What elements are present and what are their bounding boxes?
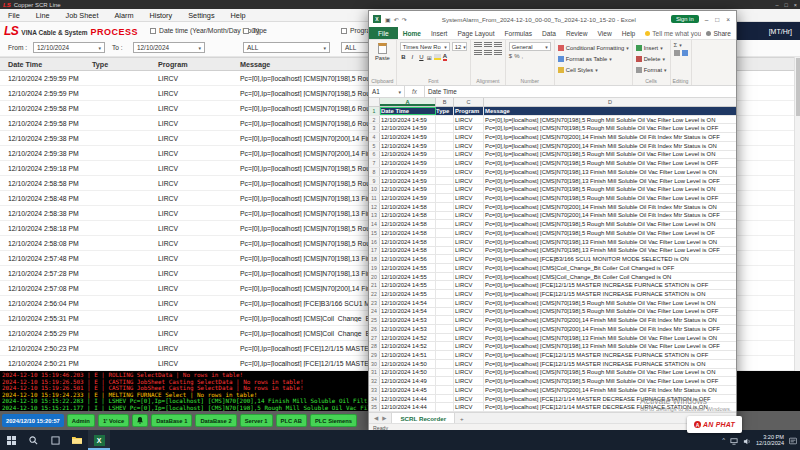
action-center-icon[interactable] bbox=[789, 431, 797, 449]
status-button-database-1[interactable]: DataBase 1 bbox=[151, 414, 192, 427]
cell-C21[interactable]: LIRCV bbox=[454, 281, 484, 289]
row-number[interactable]: 10 bbox=[369, 185, 380, 193]
font-name-select[interactable]: Times New Ro▾ bbox=[400, 42, 450, 51]
cell-C25[interactable]: LIRCV bbox=[454, 316, 484, 324]
select-all-corner[interactable] bbox=[369, 98, 380, 106]
cell-A35[interactable]: 12/10/2024 14:44 bbox=[380, 403, 436, 411]
cell-B21[interactable] bbox=[436, 281, 454, 289]
cell-B6[interactable] bbox=[436, 151, 454, 159]
cell-B7[interactable] bbox=[436, 159, 454, 167]
row-number[interactable]: 28 bbox=[369, 342, 380, 350]
cell-B5[interactable] bbox=[436, 142, 454, 150]
row-number[interactable]: 7 bbox=[369, 159, 380, 167]
taskbar-clock[interactable]: 3:20 PM 12/10/2024 bbox=[756, 434, 784, 447]
cell-A27[interactable]: 12/10/2024 14:52 bbox=[380, 334, 436, 342]
excel-minimize-icon[interactable]: – bbox=[705, 16, 709, 23]
sign-in-button[interactable]: Sign in bbox=[671, 15, 699, 23]
row-number[interactable]: 22 bbox=[369, 290, 380, 298]
save-icon[interactable]: ▣ bbox=[385, 16, 391, 23]
ribbon-tab-home[interactable]: Home bbox=[398, 27, 426, 39]
spreadsheet-row[interactable]: 2412/10/2024 14:54LIRCVPc=[0],Ip=[localh… bbox=[369, 308, 736, 317]
type-select[interactable]: ALL▾ bbox=[243, 42, 330, 53]
cell-B22[interactable] bbox=[436, 290, 454, 298]
spreadsheet-row[interactable]: 2012/10/2024 14:55LIRCVPc=[0],Ip=[localh… bbox=[369, 273, 736, 282]
spreadsheet-row[interactable]: 2812/10/2024 14:52LIRCVPc=[0],Ip=[localh… bbox=[369, 342, 736, 351]
cell-C31[interactable]: LIRCV bbox=[454, 369, 484, 377]
excel-maximize-icon[interactable]: □ bbox=[715, 16, 719, 23]
row-number[interactable]: 21 bbox=[369, 281, 380, 289]
cell-C23[interactable]: LIRCV bbox=[454, 299, 484, 307]
spreadsheet-row[interactable]: 3512/10/2024 14:44LIRCVPc=[0],Ip=[localh… bbox=[369, 403, 736, 412]
cell-A18[interactable]: 12/10/2024 14:56 bbox=[380, 255, 436, 263]
status-button-database-2[interactable]: DataBase 2 bbox=[195, 414, 236, 427]
cell-D35[interactable]: Pc=[0],Ip=[localhost] [FCE]12/1/14 MASTE… bbox=[484, 403, 736, 411]
row-number[interactable]: 27 bbox=[369, 334, 380, 342]
spreadsheet-row[interactable]: 1712/10/2024 14:58LIRCVPc=[0],Ip=[localh… bbox=[369, 247, 736, 256]
cell-A1[interactable]: Date Time bbox=[380, 107, 436, 115]
cell-D28[interactable]: Pc=[0],Ip=[localhost] [CMS]N70[198],13 F… bbox=[484, 342, 736, 350]
spreadsheet-row[interactable]: 1212/10/2024 14:58LIRCVPc=[0],Ip=[localh… bbox=[369, 203, 736, 212]
format-as-table-button[interactable]: Format as Table▾ bbox=[558, 53, 629, 64]
checkbox-icon[interactable] bbox=[341, 28, 347, 34]
cell-B35[interactable] bbox=[436, 403, 454, 411]
cell-C16[interactable]: LIRCV bbox=[454, 238, 484, 246]
cell-D6[interactable]: Pc=[0],Ip=[localhost] [CMS]N70[198],5 Ro… bbox=[484, 151, 736, 159]
cell-C4[interactable]: LIRCV bbox=[454, 133, 484, 141]
row-number[interactable]: 32 bbox=[369, 377, 380, 385]
cell-B25[interactable] bbox=[436, 316, 454, 324]
cell-C10[interactable]: LIRCV bbox=[454, 185, 484, 193]
ribbon-tab-view[interactable]: View bbox=[593, 27, 617, 39]
cell-C14[interactable]: LIRCV bbox=[454, 220, 484, 228]
cell-D14[interactable]: Pc=[0],Ip=[localhost] [CMS]N70[198],5 Ro… bbox=[484, 220, 736, 228]
cell-B1[interactable]: Type bbox=[436, 107, 454, 115]
header-date-time[interactable]: Date Time bbox=[0, 60, 92, 69]
header-program[interactable]: Program bbox=[150, 60, 232, 69]
row-number[interactable]: 12 bbox=[369, 203, 380, 211]
menu-file[interactable]: File bbox=[0, 10, 28, 21]
sort-filter-icon[interactable] bbox=[674, 50, 680, 56]
column-header-A[interactable]: A bbox=[380, 98, 436, 106]
spreadsheet-row[interactable]: 512/10/2024 14:59LIRCVPc=[0],Ip=[localho… bbox=[369, 142, 736, 151]
format-cells-button[interactable]: Format▾ bbox=[636, 64, 667, 75]
cell-D31[interactable]: Pc=[0],Ip=[localhost] [CMS]N70[198],5 Ro… bbox=[484, 369, 736, 377]
alarm-bell-button[interactable] bbox=[132, 414, 148, 427]
tray-expand-icon[interactable]: ^ bbox=[722, 437, 725, 443]
cell-B13[interactable] bbox=[436, 212, 454, 220]
ribbon-tab-review[interactable]: Review bbox=[561, 27, 593, 39]
spreadsheet-row[interactable]: 1112/10/2024 14:59LIRCVPc=[0],Ip=[localh… bbox=[369, 194, 736, 203]
delete-cells-button[interactable]: Delete▾ bbox=[636, 53, 667, 64]
spreadsheet-row[interactable]: 1Date TimeTypeProgramMessage bbox=[369, 107, 736, 116]
ribbon-tab-help[interactable]: Help bbox=[617, 27, 641, 39]
cell-C12[interactable]: LIRCV bbox=[454, 203, 484, 211]
search-icon[interactable] bbox=[22, 430, 44, 450]
cell-A5[interactable]: 12/10/2024 14:59 bbox=[380, 142, 436, 150]
cell-D12[interactable]: Pc=[0],Ip=[localhost] [CMS]N70[200],14 F… bbox=[484, 203, 736, 211]
font-color-icon[interactable]: A bbox=[443, 53, 447, 61]
spreadsheet-row[interactable]: 1812/10/2024 14:56LIRCVPc=[0],Ip=[localh… bbox=[369, 255, 736, 264]
checkbox-icon[interactable] bbox=[150, 28, 156, 34]
cell-D32[interactable]: Pc=[0],Ip=[localhost] [CMS]N70[198],5 Ro… bbox=[484, 377, 736, 385]
cell-A26[interactable]: 12/10/2024 14:53 bbox=[380, 325, 436, 333]
cell-D25[interactable]: Pc=[0],Ip=[localhost] [CMS]N70[200],14 F… bbox=[484, 316, 736, 324]
spreadsheet-row[interactable]: 2612/10/2024 14:53LIRCVPc=[0],Ip=[localh… bbox=[369, 325, 736, 334]
row-number[interactable]: 25 bbox=[369, 316, 380, 324]
spreadsheet-row[interactable]: 2112/10/2024 14:55LIRCVPc=[0],Ip=[localh… bbox=[369, 281, 736, 290]
an-phat-popup[interactable]: A AN PHAT bbox=[687, 416, 742, 433]
cell-B15[interactable] bbox=[436, 229, 454, 237]
ribbon-tab-file[interactable]: File bbox=[369, 27, 398, 39]
cell-D24[interactable]: Pc=[0],Ip=[localhost] [CMS]N70[198],5 Ro… bbox=[484, 308, 736, 316]
cell-A32[interactable]: 12/10/2024 14:49 bbox=[380, 377, 436, 385]
share-button[interactable]: Share bbox=[701, 27, 736, 39]
cell-D34[interactable]: Pc=[0],Ip=[localhost] [FCE]12/1/14 MASTE… bbox=[484, 395, 736, 403]
cell-B33[interactable] bbox=[436, 386, 454, 394]
cell-C27[interactable]: LIRCV bbox=[454, 334, 484, 342]
conditional-formatting-button[interactable]: Conditional Formatting▾ bbox=[558, 42, 629, 53]
cell-B10[interactable] bbox=[436, 185, 454, 193]
cell-D15[interactable]: Pc=[0],Ip=[localhost] [CMS]N70[198],5 Ro… bbox=[484, 229, 736, 237]
row-number[interactable]: 1 bbox=[369, 107, 380, 115]
cell-A31[interactable]: 12/10/2024 14:50 bbox=[380, 369, 436, 377]
app-minimize-icon[interactable]: – bbox=[775, 2, 778, 8]
spreadsheet-row[interactable]: 3312/10/2024 14:45LIRCVPc=[0],Ip=[localh… bbox=[369, 386, 736, 395]
cell-A20[interactable]: 12/10/2024 14:55 bbox=[380, 273, 436, 281]
cell-A10[interactable]: 12/10/2024 14:59 bbox=[380, 185, 436, 193]
